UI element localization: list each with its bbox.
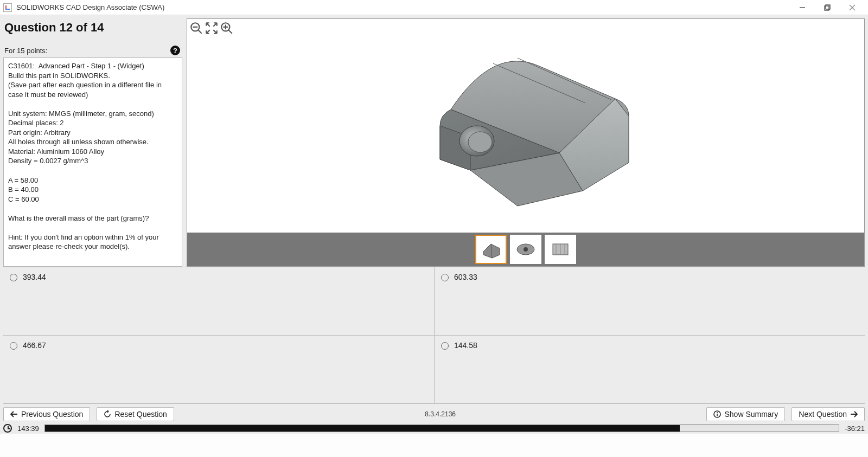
zoom-in-icon — [220, 21, 234, 35]
app-icon — [3, 3, 12, 12]
next-question-button[interactable]: Next Question — [792, 407, 865, 421]
close-button[interactable] — [840, 0, 865, 15]
radio-icon — [10, 342, 17, 350]
part-illustration — [401, 34, 650, 218]
button-label: Reset Question — [114, 410, 167, 419]
show-summary-button[interactable]: Show Summary — [706, 407, 785, 421]
footer: Previous Question Reset Question 8.3.4.2… — [0, 404, 868, 434]
maximize-icon — [824, 4, 831, 11]
button-label: Previous Question — [21, 410, 83, 419]
window-title: SOLIDWORKS CAD Design Associate (CSWA) — [16, 3, 164, 11]
close-icon — [849, 4, 856, 11]
minimize-icon — [799, 4, 806, 11]
button-label: Next Question — [799, 410, 847, 419]
answer-label: 466.67 — [23, 341, 46, 350]
iso-view-thumb[interactable] — [475, 235, 507, 264]
svg-line-6 — [198, 30, 202, 34]
question-body: C31601: Advanced Part - Step 1 - (Widget… — [3, 57, 182, 267]
time-remaining: -36:21 — [845, 424, 865, 433]
previous-question-button[interactable]: Previous Question — [3, 407, 90, 421]
titlebar: SOLIDWORKS CAD Design Associate (CSWA) — [0, 0, 868, 15]
answer-option-4[interactable]: 144.58 — [434, 336, 865, 404]
svg-rect-26 — [717, 414, 718, 416]
image-viewer — [187, 18, 865, 267]
answer-label: 393.44 — [23, 273, 46, 281]
fit-to-screen-button[interactable] — [205, 21, 219, 35]
viewer-canvas[interactable] — [187, 19, 864, 233]
answer-label: 144.58 — [454, 341, 477, 350]
radio-icon — [441, 342, 449, 350]
help-icon[interactable]: ? — [170, 46, 180, 55]
zoom-out-button[interactable] — [189, 21, 203, 35]
arrow-right-icon — [850, 411, 858, 417]
minimize-button[interactable] — [790, 0, 815, 15]
answer-option-1[interactable]: 393.44 — [3, 267, 434, 336]
progress-fill — [45, 425, 680, 432]
maximize-button[interactable] — [815, 0, 840, 15]
svg-rect-1 — [825, 6, 829, 10]
clock-icon — [3, 424, 12, 433]
build-number: 8.3.4.2136 — [181, 410, 700, 418]
zoom-in-button[interactable] — [220, 21, 234, 35]
time-elapsed: 143:39 — [17, 424, 39, 433]
svg-rect-2 — [826, 5, 830, 9]
reset-question-button[interactable]: Reset Question — [97, 407, 174, 421]
fit-icon — [205, 21, 219, 35]
thumbnail-strip — [187, 233, 864, 266]
question-pane: Question 12 of 14 For 15 points: ? C3160… — [3, 18, 182, 267]
top-view-thumb[interactable] — [510, 235, 541, 264]
answer-option-3[interactable]: 466.67 — [3, 336, 434, 404]
zoom-out-icon — [189, 21, 203, 35]
answers-area: 393.44 603.33 466.67 144.58 — [0, 267, 868, 404]
progress-bar — [44, 424, 839, 432]
side-view-thumb[interactable] — [545, 235, 576, 264]
radio-icon — [441, 274, 449, 281]
answer-label: 603.33 — [454, 273, 477, 281]
svg-point-15 — [468, 132, 492, 152]
svg-line-9 — [228, 30, 232, 34]
info-icon — [713, 410, 721, 418]
radio-icon — [10, 274, 17, 281]
main-area: Question 12 of 14 For 15 points: ? C3160… — [0, 15, 868, 267]
question-heading: Question 12 of 14 — [4, 21, 181, 35]
viewer-toolbar — [189, 21, 234, 35]
svg-point-19 — [524, 247, 528, 252]
svg-point-25 — [717, 412, 718, 413]
reset-icon — [104, 410, 111, 418]
arrow-left-icon — [10, 411, 18, 417]
button-label: Show Summary — [724, 410, 778, 419]
points-label: For 15 points: — [4, 47, 48, 55]
answer-option-2[interactable]: 603.33 — [434, 267, 865, 336]
